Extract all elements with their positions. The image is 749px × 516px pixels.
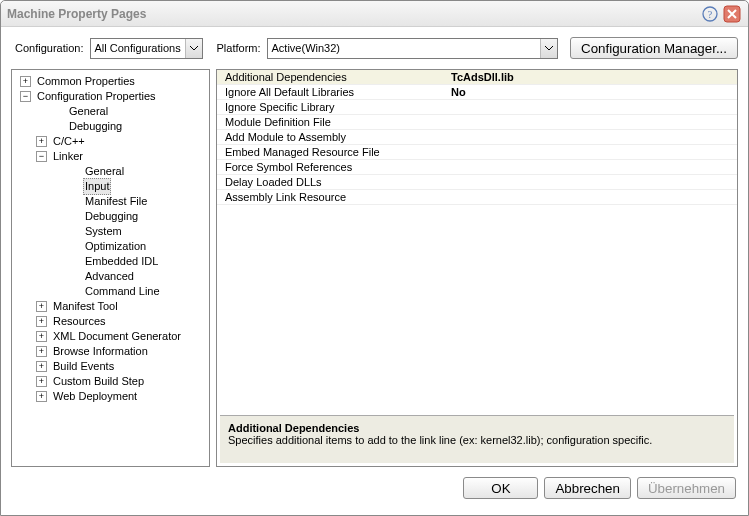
svg-text:?: ? — [708, 9, 713, 20]
tree-pane: +Common Properties −Configuration Proper… — [11, 69, 210, 467]
property-row[interactable]: Ignore Specific Library — [217, 100, 737, 115]
expand-icon[interactable]: + — [36, 301, 47, 312]
property-value[interactable] — [447, 100, 737, 114]
property-value[interactable] — [447, 175, 737, 189]
tree-linker-embedded-idl[interactable]: Embedded IDL — [83, 254, 160, 269]
tree-linker-input[interactable]: Input — [83, 178, 111, 195]
property-row[interactable]: Additional DependenciesTcAdsDll.lib — [217, 70, 737, 85]
property-row[interactable]: Delay Loaded DLLs — [217, 175, 737, 190]
configuration-label: Configuration: — [15, 42, 84, 54]
property-value[interactable] — [447, 145, 737, 159]
tree-browse-info[interactable]: Browse Information — [51, 344, 150, 359]
tree-linker-manifest-file[interactable]: Manifest File — [83, 194, 149, 209]
tree-linker-general[interactable]: General — [83, 164, 126, 179]
platform-value: Active(Win32) — [272, 42, 340, 54]
platform-combo[interactable]: Active(Win32) — [267, 38, 559, 59]
chevron-down-icon — [540, 39, 557, 58]
tree-manifest-tool[interactable]: Manifest Tool — [51, 299, 120, 314]
expand-icon[interactable]: + — [20, 76, 31, 87]
configuration-value: All Configurations — [95, 42, 181, 54]
tree-ccpp[interactable]: C/C++ — [51, 134, 87, 149]
tree-linker-system[interactable]: System — [83, 224, 124, 239]
right-pane: Additional DependenciesTcAdsDll.libIgnor… — [216, 69, 738, 467]
expand-icon[interactable]: + — [36, 391, 47, 402]
configuration-combo[interactable]: All Configurations — [90, 38, 203, 59]
property-value[interactable]: No — [447, 85, 737, 99]
platform-label: Platform: — [217, 42, 261, 54]
footer: OK Abbrechen Übernehmen — [1, 467, 748, 509]
property-value[interactable] — [447, 190, 737, 204]
property-row[interactable]: Add Module to Assembly — [217, 130, 737, 145]
configuration-manager-button[interactable]: Configuration Manager... — [570, 37, 738, 59]
expand-icon[interactable]: + — [36, 376, 47, 387]
property-name: Module Definition File — [217, 115, 447, 129]
tree-linker-command-line[interactable]: Command Line — [83, 284, 162, 299]
tree-general[interactable]: General — [67, 104, 110, 119]
help-icon[interactable]: ? — [700, 4, 720, 24]
expand-icon[interactable]: + — [36, 346, 47, 357]
tree-linker-advanced[interactable]: Advanced — [83, 269, 136, 284]
expand-icon[interactable]: + — [36, 316, 47, 327]
collapse-icon[interactable]: − — [20, 91, 31, 102]
property-name: Additional Dependencies — [217, 70, 447, 84]
property-name: Ignore Specific Library — [217, 100, 447, 114]
property-value[interactable] — [447, 115, 737, 129]
tree-linker[interactable]: Linker — [51, 149, 85, 164]
collapse-icon[interactable]: − — [36, 151, 47, 162]
description-text: Specifies additional items to add to the… — [228, 434, 726, 446]
expand-icon[interactable]: + — [36, 136, 47, 147]
tree-build-events[interactable]: Build Events — [51, 359, 116, 374]
tree-web-deployment[interactable]: Web Deployment — [51, 389, 139, 404]
window-title: Machine Property Pages — [7, 7, 698, 21]
tree-common-properties[interactable]: Common Properties — [35, 74, 137, 89]
tree-xml-doc-gen[interactable]: XML Document Generator — [51, 329, 183, 344]
description-title: Additional Dependencies — [228, 422, 726, 434]
property-name: Ignore All Default Libraries — [217, 85, 447, 99]
close-icon[interactable] — [722, 4, 742, 24]
tree-linker-debugging[interactable]: Debugging — [83, 209, 140, 224]
property-name: Add Module to Assembly — [217, 130, 447, 144]
chevron-down-icon — [185, 39, 202, 58]
property-name: Force Symbol References — [217, 160, 447, 174]
property-tree[interactable]: +Common Properties −Configuration Proper… — [14, 74, 207, 404]
expand-icon[interactable]: + — [36, 331, 47, 342]
tree-custom-build-step[interactable]: Custom Build Step — [51, 374, 146, 389]
property-name: Delay Loaded DLLs — [217, 175, 447, 189]
property-row[interactable]: Embed Managed Resource File — [217, 145, 737, 160]
tree-linker-optimization[interactable]: Optimization — [83, 239, 148, 254]
property-row[interactable]: Force Symbol References — [217, 160, 737, 175]
property-name: Embed Managed Resource File — [217, 145, 447, 159]
property-name: Assembly Link Resource — [217, 190, 447, 204]
property-value[interactable]: TcAdsDll.lib — [447, 70, 737, 84]
config-bar: Configuration: All Configurations Platfo… — [1, 27, 748, 69]
apply-button[interactable]: Übernehmen — [637, 477, 736, 499]
tree-debugging[interactable]: Debugging — [67, 119, 124, 134]
property-value[interactable] — [447, 160, 737, 174]
description-pane: Additional Dependencies Specifies additi… — [220, 415, 734, 463]
property-grid[interactable]: Additional DependenciesTcAdsDll.libIgnor… — [217, 70, 737, 412]
title-bar: Machine Property Pages ? — [1, 1, 748, 27]
property-row[interactable]: Module Definition File — [217, 115, 737, 130]
tree-configuration-properties[interactable]: Configuration Properties — [35, 89, 158, 104]
ok-button[interactable]: OK — [463, 477, 538, 499]
cancel-button[interactable]: Abbrechen — [544, 477, 630, 499]
tree-resources[interactable]: Resources — [51, 314, 108, 329]
property-row[interactable]: Assembly Link Resource — [217, 190, 737, 205]
property-value[interactable] — [447, 130, 737, 144]
property-row[interactable]: Ignore All Default LibrariesNo — [217, 85, 737, 100]
expand-icon[interactable]: + — [36, 361, 47, 372]
content-area: +Common Properties −Configuration Proper… — [1, 69, 748, 467]
